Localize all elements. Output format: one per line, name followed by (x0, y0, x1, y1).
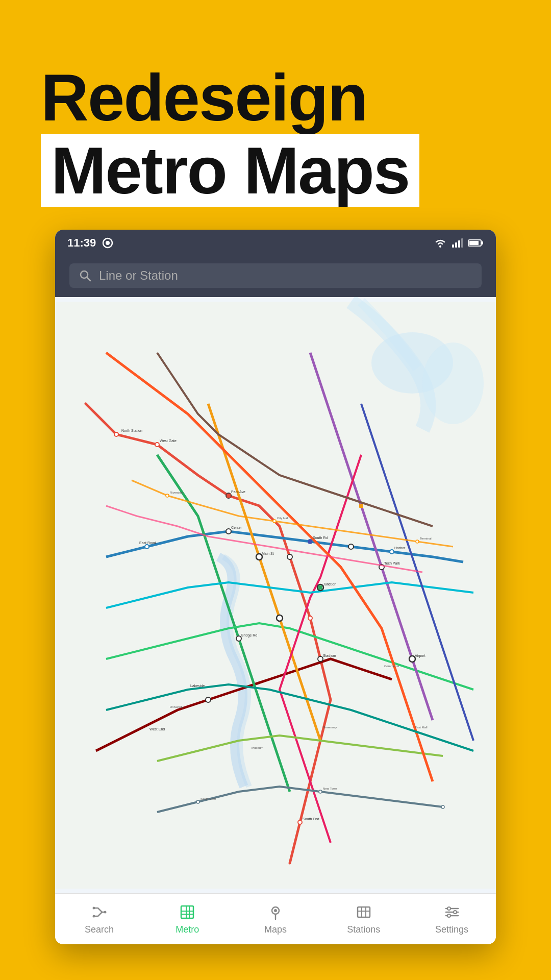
svg-point-14 (155, 443, 159, 447)
svg-point-27 (348, 544, 354, 549)
svg-text:East Road: East Road (139, 541, 156, 545)
svg-text:City Hall: City Hall (277, 517, 288, 520)
svg-text:Harbor: Harbor (394, 546, 406, 550)
settings-nav-label: Settings (435, 924, 468, 935)
battery-icon (468, 239, 484, 247)
hero-title-line1: Redeseign (41, 60, 367, 135)
svg-text:Stadium: Stadium (323, 654, 336, 657)
search-nav-label: Search (85, 924, 114, 935)
svg-text:Commerce: Commerce (384, 665, 399, 668)
metro-map-area[interactable]: North Station West Gate East Road Center… (55, 297, 496, 893)
svg-point-16 (287, 554, 292, 559)
signal-icon (452, 238, 463, 248)
svg-rect-4 (455, 242, 457, 248)
nav-item-settings[interactable]: Settings (408, 903, 496, 935)
svg-point-2 (439, 246, 441, 248)
svg-point-70 (93, 907, 95, 910)
svg-rect-9 (482, 241, 483, 244)
metro-nav-label: Metro (176, 924, 199, 935)
svg-text:Airport: Airport (415, 654, 425, 658)
svg-text:University: University (170, 705, 183, 708)
status-time: 11:39 (67, 236, 96, 250)
svg-rect-6 (461, 238, 463, 248)
svg-rect-3 (452, 244, 454, 248)
svg-text:East Mall: East Mall (415, 726, 428, 729)
svg-point-53 (422, 342, 484, 424)
wifi-icon (434, 238, 447, 248)
svg-point-89 (447, 914, 450, 917)
svg-point-21 (226, 529, 231, 534)
svg-point-29 (206, 697, 211, 702)
svg-point-19 (298, 820, 302, 824)
svg-text:South Gate: South Gate (201, 797, 216, 800)
svg-point-58 (319, 790, 322, 793)
hero-title: Redeseign Metro Maps (41, 61, 510, 207)
status-left: 11:39 (67, 236, 113, 250)
svg-rect-80 (358, 907, 370, 917)
svg-point-71 (93, 915, 95, 918)
svg-text:Junction: Junction (323, 582, 336, 586)
svg-text:North Station: North Station (121, 429, 142, 432)
svg-text:Lakeside: Lakeside (190, 684, 205, 688)
settings-nav-icon (443, 903, 461, 921)
svg-text:South End: South End (303, 817, 319, 821)
search-input-wrapper[interactable]: Line or Station (69, 263, 482, 288)
search-icon (79, 269, 92, 282)
svg-rect-32 (227, 494, 231, 498)
metro-nav-icon (178, 903, 196, 921)
svg-point-13 (114, 432, 118, 436)
search-placeholder[interactable]: Line or Station (99, 268, 178, 283)
svg-text:Center: Center (231, 526, 242, 529)
svg-point-54 (166, 494, 169, 497)
svg-point-72 (104, 911, 107, 914)
svg-point-56 (416, 540, 419, 543)
status-right (434, 238, 484, 248)
nav-item-metro[interactable]: Metro (143, 903, 232, 935)
svg-point-1 (106, 241, 110, 245)
svg-point-79 (274, 909, 277, 912)
svg-rect-5 (458, 240, 460, 248)
svg-point-17 (308, 616, 312, 620)
svg-point-59 (441, 805, 444, 808)
svg-point-87 (447, 907, 450, 910)
status-bar: 11:39 (55, 230, 496, 256)
status-indicator-icon (102, 237, 113, 249)
svg-rect-73 (181, 906, 193, 918)
svg-point-88 (454, 911, 457, 914)
search-nav-icon (90, 903, 108, 921)
nav-item-search[interactable]: Search (55, 903, 143, 935)
phone-mockup: 11:39 (55, 230, 496, 944)
svg-text:Terminal: Terminal (420, 537, 432, 540)
bottom-navigation: Search Metro (55, 893, 496, 944)
nav-item-maps[interactable]: Maps (232, 903, 320, 935)
svg-rect-34 (318, 585, 322, 590)
svg-point-57 (196, 800, 199, 803)
svg-point-28 (236, 636, 241, 641)
svg-point-55 (273, 520, 276, 523)
svg-point-23 (390, 550, 394, 554)
svg-text:Bridge Rd: Bridge Rd (241, 633, 257, 638)
svg-text:Main St: Main St (262, 552, 274, 555)
metro-map-svg: North Station West Gate East Road Center… (55, 297, 496, 893)
svg-point-25 (277, 615, 283, 621)
svg-point-18 (318, 656, 323, 662)
maps-nav-label: Maps (264, 924, 287, 935)
svg-text:Museum: Museum (252, 746, 263, 749)
svg-text:West Gate: West Gate (160, 439, 177, 443)
svg-rect-8 (469, 241, 479, 245)
hero-section: Redeseign Metro Maps (0, 0, 551, 238)
svg-point-20 (145, 545, 149, 549)
stations-nav-icon (355, 903, 373, 921)
metro-map-container: North Station West Gate East Road Center… (55, 297, 496, 893)
svg-line-11 (87, 278, 91, 281)
svg-text:New Town: New Town (323, 787, 337, 790)
svg-text:Park Ave: Park Ave (231, 490, 245, 494)
svg-text:Tech Park: Tech Park (384, 561, 400, 565)
svg-text:Greenway: Greenway (323, 726, 337, 729)
svg-rect-33 (308, 540, 312, 544)
hero-title-line2: Metro Maps (41, 134, 419, 207)
search-bar-container: Line or Station (55, 256, 496, 297)
maps-nav-icon (266, 903, 285, 921)
nav-item-stations[interactable]: Stations (319, 903, 408, 935)
svg-rect-35 (359, 504, 363, 508)
